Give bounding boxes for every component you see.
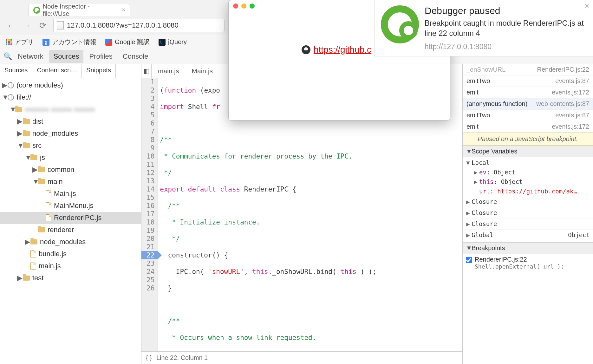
- tree-label: js: [40, 153, 45, 162]
- tree-label: RendererIPC.js: [54, 214, 101, 222]
- pause-message: Paused on a JavaScript breakpoint.: [463, 133, 593, 146]
- tree-label: Main.js: [54, 190, 76, 198]
- account-bookmark[interactable]: g アカウント情報: [42, 38, 96, 46]
- tree-project[interactable]: ▼xxxxxxx xxxxxx xxxxxx: [0, 103, 141, 115]
- apps-bookmark[interactable]: アプリ: [6, 38, 34, 46]
- scope-body: ▼Local ▶ev: Object ▶this: Object url: "h…: [463, 157, 593, 242]
- notification[interactable]: Debugger paused Breakpoint caught in mod…: [374, 0, 593, 56]
- tree-node-modules-2[interactable]: ▶node_modules: [0, 236, 141, 248]
- tree-file-main[interactable]: Main.js: [0, 188, 141, 200]
- tab-profiles[interactable]: Profiles: [85, 50, 117, 63]
- scope-local[interactable]: ▼Local: [463, 158, 593, 167]
- pretty-print-icon[interactable]: { }: [146, 354, 152, 361]
- gutter[interactable]: 123456789 1011121314151617 1819202122232…: [141, 78, 158, 351]
- scope-header[interactable]: ▼Scope Variables: [463, 146, 593, 157]
- translate-bookmark[interactable]: Google 翻訳: [105, 38, 150, 46]
- url-field[interactable]: 127.0.0.1:8080/?ws=127.0.0.1:8080: [53, 19, 225, 32]
- tree-renderer[interactable]: renderer: [0, 224, 141, 236]
- scope-closure[interactable]: ▶Closure: [463, 207, 593, 218]
- tree-src[interactable]: ▼src: [0, 140, 141, 152]
- tree-file-mainjs[interactable]: main.js: [0, 260, 141, 272]
- tree-node-modules[interactable]: ▶node_modules: [0, 127, 141, 140]
- close-icon[interactable]: [233, 3, 238, 9]
- zoom-icon[interactable]: [250, 3, 255, 9]
- tab-sources[interactable]: Sources: [49, 50, 84, 63]
- navtab-snippets[interactable]: Snippets: [82, 64, 116, 78]
- scope-closure[interactable]: ▶Closure: [463, 218, 593, 229]
- call-frame[interactable]: emitevents.js:172: [463, 121, 593, 133]
- scope-var-this[interactable]: ▶this: Object: [463, 177, 593, 186]
- notification-title: Debugger paused: [425, 5, 586, 16]
- tree-dist[interactable]: ▶dist: [0, 115, 141, 127]
- call-frame[interactable]: emitTwoevents.js:87: [463, 110, 593, 121]
- notification-source: http://127.0.0.1:8080: [425, 42, 586, 51]
- editor-tab-Main[interactable]: Main.js: [186, 65, 219, 77]
- folder-icon: [38, 227, 45, 232]
- close-icon[interactable]: ✕: [584, 2, 590, 10]
- window-controls[interactable]: [233, 3, 255, 9]
- reload-button[interactable]: ⟳: [37, 20, 48, 31]
- forward-button[interactable]: →: [22, 20, 32, 31]
- tree-test[interactable]: ▶test: [0, 272, 141, 284]
- scope-global[interactable]: ▶GlobalObject: [463, 229, 593, 240]
- close-icon[interactable]: ×: [122, 7, 125, 13]
- folder-icon: [23, 276, 30, 281]
- github-link[interactable]: https://github.c: [302, 45, 371, 55]
- scope-var-ev[interactable]: ▶ev: Object: [463, 167, 593, 177]
- globe-icon: [8, 82, 14, 88]
- scope-closure[interactable]: ▶Closure: [463, 196, 593, 207]
- bookmark-label: Google 翻訳: [115, 38, 150, 46]
- back-button[interactable]: ←: [6, 20, 16, 31]
- call-frame[interactable]: _onShowURLRendererIPC.js:22: [463, 64, 593, 75]
- github-icon: [302, 45, 310, 54]
- tree-file-bundle[interactable]: bundle.js: [0, 248, 141, 260]
- call-frame[interactable]: (anonymous function)web-contents.js:87: [463, 98, 593, 110]
- navtab-content-scripts[interactable]: Content scri…: [32, 64, 82, 78]
- tree-label: src: [32, 141, 42, 150]
- breakpoint-item[interactable]: RendererIPC.js:22 Shell.openExternal( ur…: [463, 254, 593, 272]
- tree-label: common: [48, 166, 74, 174]
- editor-tab-main[interactable]: main.js: [152, 65, 186, 77]
- navtab-sources[interactable]: Sources: [0, 64, 32, 78]
- tab-network[interactable]: Network: [13, 50, 48, 63]
- breakpoint-marker[interactable]: 22: [141, 251, 158, 259]
- apps-icon: [6, 39, 12, 45]
- globe-icon: [8, 94, 14, 101]
- scope-var-url[interactable]: url: "https://github.com/ak…: [463, 186, 593, 196]
- folder-icon: [38, 167, 45, 172]
- toggle-navigator-icon[interactable]: ◧: [141, 64, 152, 78]
- tree-file-mainmenu[interactable]: MainMenu.js: [0, 200, 141, 212]
- breakpoint-label: RendererIPC.js:22: [475, 256, 564, 263]
- file-tree[interactable]: ▶(core modules) ▼file:// ▼xxxxxxx xxxxxx…: [0, 78, 141, 364]
- tree-common[interactable]: ▶common: [0, 164, 141, 176]
- folder-icon: [30, 155, 37, 160]
- checkbox-icon[interactable]: [466, 257, 472, 263]
- call-frame[interactable]: emitevents.js:172: [463, 87, 593, 98]
- folder-icon: [30, 239, 37, 244]
- tree-main[interactable]: ▼main: [0, 176, 141, 188]
- call-frame[interactable]: emitTwoevents.js:87: [463, 75, 593, 87]
- breakpoints-header[interactable]: ▼Breakpoints: [463, 242, 593, 254]
- link-text[interactable]: https://github.c: [314, 45, 371, 55]
- favicon-icon: [33, 7, 40, 14]
- folder-icon: [23, 119, 30, 124]
- jsfile-icon: [30, 263, 36, 270]
- search-icon[interactable]: 🔍: [3, 52, 12, 61]
- tree-file-rendereripc[interactable]: RendererIPC.js: [0, 212, 141, 224]
- tab-console[interactable]: Console: [118, 50, 153, 63]
- tree-file-origin[interactable]: ▼file://: [0, 91, 141, 103]
- folder-icon: [15, 107, 22, 112]
- tree-label: bundle.js: [39, 250, 67, 258]
- browser-tab[interactable]: Node Inspector - file:///Use ×: [29, 4, 130, 16]
- tree-js[interactable]: ▼js: [0, 152, 141, 164]
- tree-label: file://: [16, 93, 31, 101]
- tree-core-modules[interactable]: ▶(core modules): [0, 79, 141, 91]
- minimize-icon[interactable]: [241, 3, 246, 9]
- jsfile-icon: [46, 202, 51, 209]
- jquery-bookmark[interactable]: jQuery: [159, 38, 187, 46]
- jsfile-icon: [46, 190, 51, 197]
- google-icon: g: [42, 39, 49, 46]
- notification-icon: [381, 5, 419, 43]
- bookmark-label: アプリ: [15, 38, 34, 46]
- tree-label: node_modules: [40, 238, 86, 246]
